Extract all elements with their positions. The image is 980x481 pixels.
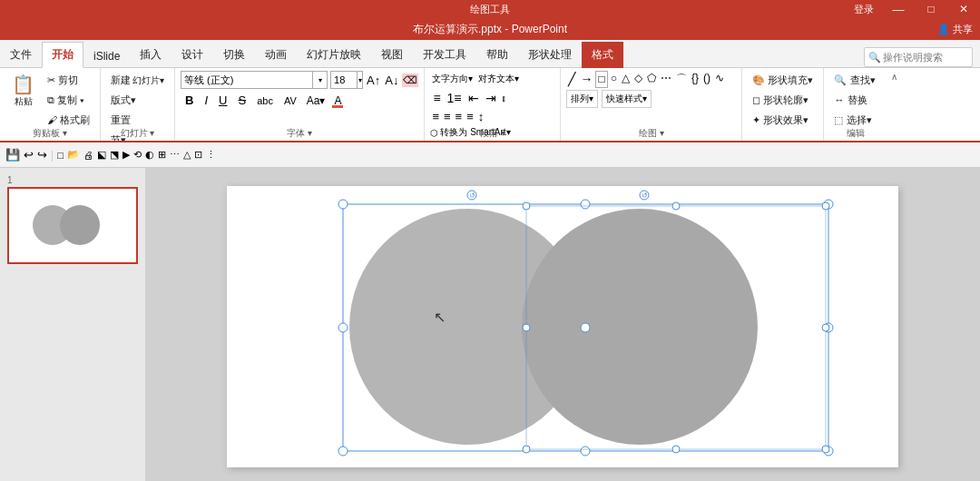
shape-triangle[interactable]: △	[620, 71, 632, 88]
quick-styles-button[interactable]: 快速样式▾	[602, 90, 652, 108]
shape-fill-button[interactable]: 🎨 形状填充▾	[748, 71, 818, 90]
svg-point-16	[581, 447, 590, 456]
font-size-input[interactable]	[331, 74, 357, 86]
tab-design[interactable]: 设计	[172, 42, 213, 68]
qa-new[interactable]: □	[57, 150, 64, 161]
slide-panel: 1	[0, 168, 145, 481]
share-icon[interactable]: 👤 共享	[937, 23, 973, 36]
qa-half[interactable]: ◐	[145, 149, 154, 161]
columns-button[interactable]: ⫾	[500, 92, 508, 105]
slide-thumbnail[interactable]	[7, 187, 138, 264]
arrange-button[interactable]: 排列▾	[566, 90, 598, 108]
collapse-ribbon[interactable]: ∧	[887, 68, 901, 141]
cut-button[interactable]: ✂ 剪切	[43, 71, 94, 90]
new-slide-button[interactable]: 新建 幻灯片▾	[106, 71, 169, 90]
qa-more3[interactable]: ⋯	[170, 149, 180, 161]
tab-view[interactable]: 视图	[371, 42, 413, 68]
font-label: 字体 ▾	[175, 127, 424, 140]
quick-access-toolbar: 💾 ↩ ↪ | □ 📂 🖨 ⬕ ⬔ ▶ ⟲ ◐ ⊞ ⋯ △ ⊡ ⋮	[0, 142, 980, 168]
copy-button[interactable]: ⧉ 复制 ▾	[43, 91, 94, 110]
svg-point-1	[60, 205, 100, 245]
decrease-indent-button[interactable]: ⇤	[466, 89, 482, 107]
filename-label: 布尔运算演示.pptx - PowerPoint	[413, 22, 567, 37]
slides-label: 幻灯片 ▾	[101, 127, 174, 140]
bullets-button[interactable]: ≡	[430, 89, 443, 107]
qa-replay[interactable]: ⟲	[133, 149, 142, 161]
layout-button[interactable]: 版式▾	[106, 91, 169, 110]
qa-redo[interactable]: ↪	[37, 148, 47, 162]
qa-save[interactable]: 💾	[5, 148, 20, 162]
qa-shapes[interactable]: △	[183, 149, 191, 161]
paste-button[interactable]: 📋 粘贴	[5, 71, 41, 113]
tab-shape-process[interactable]: 形状处理	[518, 42, 582, 68]
shape-outline-button[interactable]: ◻ 形状轮廓▾	[748, 91, 818, 110]
shape-diamond[interactable]: ◇	[632, 71, 644, 88]
search-input[interactable]	[883, 52, 965, 63]
replace-button[interactable]: ↔ 替换	[829, 91, 879, 110]
slide-canvas[interactable]: ↺ ↺	[227, 186, 898, 467]
justify-button[interactable]: ≡	[465, 109, 475, 124]
shape-circle[interactable]: ○	[609, 71, 619, 88]
tab-file[interactable]: 文件	[0, 42, 42, 68]
minimize-button[interactable]: —	[882, 0, 915, 18]
tab-help[interactable]: 帮助	[476, 42, 518, 68]
tab-transition[interactable]: 切换	[213, 42, 255, 68]
qa-extra[interactable]: ⋮	[206, 149, 216, 161]
close-button[interactable]: ✕	[947, 0, 980, 18]
qa-more2[interactable]: ⬔	[110, 149, 119, 161]
qa-play[interactable]: ▶	[122, 149, 130, 161]
tab-animation[interactable]: 动画	[255, 42, 297, 68]
shape-pentagon[interactable]: ⬠	[645, 71, 658, 88]
line-spacing-button[interactable]: ↕	[476, 109, 486, 124]
text-direction-button[interactable]: 文字方向▾	[430, 71, 475, 87]
qa-more1[interactable]: ⬕	[97, 149, 106, 161]
shape-arrow[interactable]: →	[578, 71, 594, 88]
shape-arc[interactable]: ⌒	[674, 71, 689, 88]
italic-button[interactable]: I	[200, 91, 212, 110]
font-color-button[interactable]: A	[330, 93, 345, 109]
increase-indent-button[interactable]: ⇥	[483, 89, 499, 107]
font-size-aa-button[interactable]: Aa▾	[303, 93, 329, 109]
tab-insert[interactable]: 插入	[130, 42, 172, 68]
font-family-input[interactable]	[181, 74, 312, 86]
shape-paren[interactable]: ()	[701, 71, 712, 88]
shape-effect-button[interactable]: ✦ 形状效果▾	[748, 111, 818, 130]
svg-point-26	[822, 446, 829, 453]
strikethrough-button[interactable]: S	[233, 91, 250, 110]
font-family-dropdown[interactable]: ▾	[312, 72, 327, 88]
tab-home[interactable]: 开始	[42, 42, 83, 68]
find-button[interactable]: 🔍 查找▾	[829, 71, 879, 90]
shape-brace[interactable]: {}	[690, 71, 701, 88]
font-size-dropdown[interactable]: ▾	[357, 72, 362, 88]
font-size-box[interactable]: ▾	[330, 71, 363, 89]
qa-grid[interactable]: ⊞	[158, 149, 166, 161]
qa-print[interactable]: 🖨	[83, 150, 93, 161]
align-text-button[interactable]: 对齐文本▾	[476, 71, 521, 87]
login-button[interactable]: 登录	[846, 0, 882, 18]
shadow-button[interactable]: abc	[252, 93, 278, 109]
bold-button[interactable]: B	[181, 91, 198, 110]
shape-more[interactable]: ⋯	[659, 71, 673, 88]
clear-format-button[interactable]: ⌫	[402, 74, 418, 87]
align-right-button[interactable]: ≡	[454, 109, 465, 124]
font-family-box[interactable]: ▾	[181, 71, 328, 89]
underline-button[interactable]: U	[214, 91, 231, 110]
svg-point-24	[523, 446, 530, 453]
maximize-button[interactable]: □	[915, 0, 947, 18]
tab-format[interactable]: 格式	[582, 42, 623, 68]
tab-developer[interactable]: 开发工具	[413, 42, 476, 68]
align-left-button[interactable]: ≡	[430, 109, 441, 124]
tab-islide[interactable]: iSlide	[83, 44, 130, 68]
align-center-button[interactable]: ≡	[442, 109, 453, 124]
qa-undo[interactable]: ↩	[24, 148, 34, 162]
tab-slideshow[interactable]: 幻灯片放映	[297, 42, 371, 68]
qa-table[interactable]: ⊡	[194, 149, 202, 161]
shape-line[interactable]: ╱	[566, 71, 577, 88]
numbering-button[interactable]: 1≡	[445, 89, 465, 107]
decrease-font-button[interactable]: A↓	[384, 73, 399, 88]
char-spacing-button[interactable]: AV	[279, 93, 301, 109]
qa-open[interactable]: 📂	[67, 149, 80, 161]
shape-rect[interactable]: □	[595, 71, 607, 88]
shape-curve[interactable]: ∿	[713, 71, 726, 88]
increase-font-button[interactable]: A↑	[366, 73, 381, 88]
